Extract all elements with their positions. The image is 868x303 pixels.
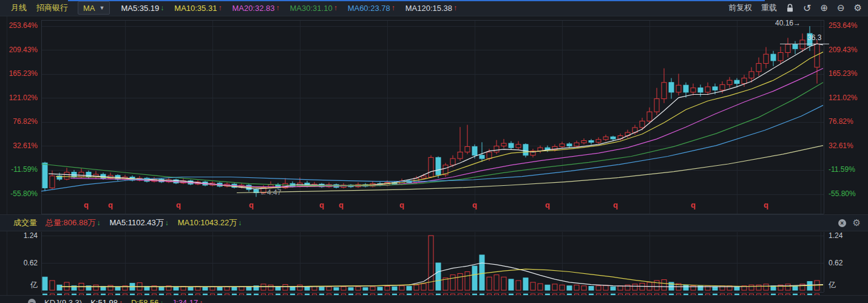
readout-item: MA60:23.78↑ xyxy=(348,4,395,13)
readout-item: 总量:806.88万↓ xyxy=(46,217,100,228)
axis-label: 32.61% xyxy=(829,141,853,151)
gear-icon[interactable]: ⚙ xyxy=(854,2,862,13)
axis-label: 76.82% xyxy=(829,117,853,127)
dividend-marker-q: q xyxy=(691,200,696,209)
axis-label: 亿 xyxy=(0,280,38,290)
readout-item: MA10:1043.22万↓ xyxy=(178,217,242,228)
axis-label: -11.59% xyxy=(0,165,38,175)
dividend-marker-q: q xyxy=(764,200,768,209)
dividend-marker-q: q xyxy=(108,200,113,209)
kline-chart-canvas[interactable] xyxy=(0,0,868,303)
axis-label: 253.64% xyxy=(0,21,38,31)
undo-icon[interactable]: ↺ xyxy=(803,2,811,14)
ma-readouts: MA5:35.19↓MA10:35.31↑MA20:32.83↑MA30:31.… xyxy=(121,4,457,13)
high-price-annotation: 40.16→ xyxy=(775,19,801,27)
low-price-annotation: ←4.47 xyxy=(260,188,281,197)
dividend-marker-q: q xyxy=(472,200,477,209)
collapse-icon[interactable]: − xyxy=(28,299,36,303)
axis-label: -55.80% xyxy=(829,189,856,199)
volume-readouts: 总量:806.88万↓MA5:1102.43万↓MA10:1043.22万↓ xyxy=(46,217,242,228)
reload-button[interactable]: 重载 xyxy=(761,2,777,13)
current-price-label: 36.3 xyxy=(807,33,821,42)
axis-label: 209.43% xyxy=(829,45,857,55)
readout-item: D:58.56↓ xyxy=(131,298,164,303)
kdj-panel-header: − KDJ(9,3,3)K:51.98↑D:58.56↓J:34.17↑ xyxy=(0,295,868,303)
dividend-marker-q: q xyxy=(399,200,404,209)
chart-toolbar: 月线 招商银行 MA ▼ MA5:35.19↓MA10:35.31↑MA20:3… xyxy=(0,0,868,16)
readout-item: MA10:35.31↑ xyxy=(174,4,222,13)
axis-label: 0.62 xyxy=(829,258,843,268)
axis-label: 209.43% xyxy=(0,45,38,55)
dividend-marker-q: q xyxy=(319,200,324,209)
axis-label: 0.62 xyxy=(0,258,38,268)
dividend-marker-q: q xyxy=(84,200,89,209)
axis-label: 32.61% xyxy=(0,141,38,151)
left-axis: 253.64%209.43%165.23%121.02%76.82%32.61%… xyxy=(0,0,38,303)
axis-label: 1.24 xyxy=(0,231,38,241)
kdj-readouts: KDJ(9,3,3)K:51.98↑D:58.56↓J:34.17↑ xyxy=(44,298,203,303)
zoom-out-icon[interactable]: ⊖ xyxy=(837,2,845,13)
adjust-price-button[interactable]: 前复权 xyxy=(728,2,752,13)
readout-item: MA5:35.19↓ xyxy=(121,4,164,13)
axis-label: 165.23% xyxy=(0,69,38,79)
ma-dropdown-label: MA xyxy=(83,4,95,13)
readout-item: MA20:32.83↑ xyxy=(232,4,279,13)
volume-title: 成交量 xyxy=(13,217,37,228)
dividend-marker-q: q xyxy=(249,200,254,209)
axis-label: 1.24 xyxy=(829,231,843,241)
readout-item: MA5:1102.43万↓ xyxy=(109,217,168,228)
lock-icon[interactable] xyxy=(786,4,794,13)
axis-label: 253.64% xyxy=(829,21,857,31)
period-label[interactable]: 月线 xyxy=(11,2,27,13)
axis-label: 165.23% xyxy=(829,69,857,79)
active-tab-highlight xyxy=(68,0,765,1)
axis-label: -55.80% xyxy=(0,189,38,199)
dividend-marker-q: q xyxy=(176,200,181,209)
right-axis: 253.64%209.43%165.23%121.02%76.82%32.61%… xyxy=(829,0,866,303)
dividend-marker-q: q xyxy=(613,200,618,209)
axis-label: -11.59% xyxy=(829,165,855,175)
readout-item: J:34.17↑ xyxy=(172,298,203,303)
volume-panel-header: 成交量 总量:806.88万↓MA5:1102.43万↓MA10:1043.22… xyxy=(0,214,868,231)
axis-label: 亿 xyxy=(829,280,836,290)
zoom-in-icon[interactable]: ⊕ xyxy=(820,2,828,13)
readout-item: MA30:31.10↑ xyxy=(290,4,337,13)
readout-item: MA120:15.38↑ xyxy=(405,4,457,13)
axis-label: 121.02% xyxy=(829,93,857,103)
close-icon[interactable]: × xyxy=(838,219,846,227)
volume-gear-icon[interactable]: ⚙ xyxy=(853,217,861,228)
ma-dropdown[interactable]: MA ▼ xyxy=(78,1,110,15)
dividend-marker-q: q xyxy=(339,200,344,209)
chevron-down-icon: ▼ xyxy=(100,5,105,11)
readout-item: K:51.98↑ xyxy=(90,298,123,303)
axis-label: 76.82% xyxy=(0,117,38,127)
axis-label: 121.02% xyxy=(0,93,38,103)
symbol-name[interactable]: 招商银行 xyxy=(36,2,68,13)
readout-item: KDJ(9,3,3) xyxy=(44,298,82,303)
dividend-marker-q: q xyxy=(545,200,550,209)
